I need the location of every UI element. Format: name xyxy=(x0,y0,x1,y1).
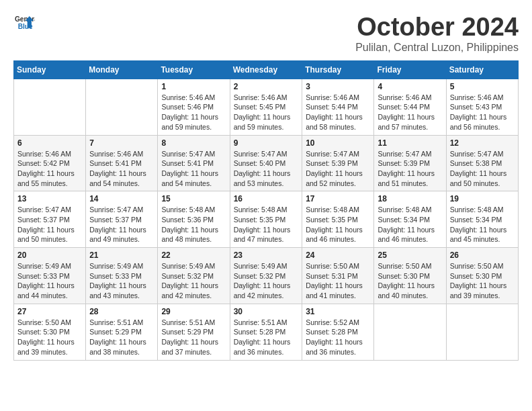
day-number: 30 xyxy=(234,307,299,316)
calendar-week-2: 6Sunrise: 5:46 AM Sunset: 5:42 PM Daylig… xyxy=(14,135,519,191)
calendar-cell: 24Sunrise: 5:50 AM Sunset: 5:31 PM Dayli… xyxy=(302,248,374,304)
day-info: Sunrise: 5:48 AM Sunset: 5:35 PM Dayligh… xyxy=(306,205,370,244)
calendar-cell: 29Sunrise: 5:51 AM Sunset: 5:29 PM Dayli… xyxy=(158,304,230,360)
calendar-week-1: 1Sunrise: 5:46 AM Sunset: 5:46 PM Daylig… xyxy=(14,79,519,135)
calendar-cell: 20Sunrise: 5:49 AM Sunset: 5:33 PM Dayli… xyxy=(14,248,86,304)
logo-icon: General Blue xyxy=(13,13,35,32)
weekday-header-sunday: Sunday xyxy=(14,60,86,79)
calendar-cell: 8Sunrise: 5:47 AM Sunset: 5:41 PM Daylig… xyxy=(158,135,230,191)
weekday-header-monday: Monday xyxy=(86,60,158,79)
day-info: Sunrise: 5:51 AM Sunset: 5:29 PM Dayligh… xyxy=(89,318,154,357)
calendar-cell xyxy=(14,79,86,135)
day-info: Sunrise: 5:47 AM Sunset: 5:39 PM Dayligh… xyxy=(378,149,442,189)
day-number: 26 xyxy=(450,250,515,260)
calendar-cell: 16Sunrise: 5:48 AM Sunset: 5:35 PM Dayli… xyxy=(230,191,302,248)
day-number: 20 xyxy=(17,250,82,260)
day-info: Sunrise: 5:49 AM Sunset: 5:33 PM Dayligh… xyxy=(89,261,154,301)
calendar-cell: 18Sunrise: 5:48 AM Sunset: 5:34 PM Dayli… xyxy=(374,191,446,248)
day-number: 3 xyxy=(306,82,370,91)
page-header: General Blue October 2024 Pulilan, Centr… xyxy=(13,13,519,54)
day-number: 12 xyxy=(450,138,515,148)
day-number: 29 xyxy=(161,307,226,316)
day-number: 8 xyxy=(161,138,226,148)
day-number: 17 xyxy=(306,194,370,203)
calendar-week-4: 20Sunrise: 5:49 AM Sunset: 5:33 PM Dayli… xyxy=(14,248,519,304)
calendar-cell: 21Sunrise: 5:49 AM Sunset: 5:33 PM Dayli… xyxy=(86,248,158,304)
calendar-cell: 15Sunrise: 5:48 AM Sunset: 5:36 PM Dayli… xyxy=(158,191,230,248)
day-number: 9 xyxy=(234,138,299,148)
calendar-cell: 6Sunrise: 5:46 AM Sunset: 5:42 PM Daylig… xyxy=(14,135,86,191)
calendar-cell: 17Sunrise: 5:48 AM Sunset: 5:35 PM Dayli… xyxy=(302,191,374,248)
day-number: 15 xyxy=(161,194,226,203)
calendar-cell: 25Sunrise: 5:50 AM Sunset: 5:30 PM Dayli… xyxy=(374,248,446,304)
day-number: 1 xyxy=(161,82,226,91)
calendar-cell xyxy=(374,304,446,360)
day-info: Sunrise: 5:48 AM Sunset: 5:36 PM Dayligh… xyxy=(161,205,226,244)
day-info: Sunrise: 5:48 AM Sunset: 5:34 PM Dayligh… xyxy=(450,205,515,244)
day-number: 2 xyxy=(234,82,299,91)
day-info: Sunrise: 5:47 AM Sunset: 5:38 PM Dayligh… xyxy=(450,149,515,189)
logo: General Blue xyxy=(13,13,35,32)
calendar-cell: 1Sunrise: 5:46 AM Sunset: 5:46 PM Daylig… xyxy=(158,79,230,135)
day-number: 24 xyxy=(306,250,370,260)
day-info: Sunrise: 5:49 AM Sunset: 5:32 PM Dayligh… xyxy=(161,261,226,301)
day-number: 22 xyxy=(161,250,226,260)
calendar-cell: 27Sunrise: 5:50 AM Sunset: 5:30 PM Dayli… xyxy=(14,304,86,360)
calendar-cell: 7Sunrise: 5:46 AM Sunset: 5:41 PM Daylig… xyxy=(86,135,158,191)
location: Pulilan, Central Luzon, Philippines xyxy=(355,42,519,54)
day-number: 16 xyxy=(234,194,299,203)
day-info: Sunrise: 5:47 AM Sunset: 5:39 PM Dayligh… xyxy=(306,149,370,189)
calendar-cell: 2Sunrise: 5:46 AM Sunset: 5:45 PM Daylig… xyxy=(230,79,302,135)
day-info: Sunrise: 5:46 AM Sunset: 5:46 PM Dayligh… xyxy=(161,93,226,132)
calendar-cell: 13Sunrise: 5:47 AM Sunset: 5:37 PM Dayli… xyxy=(14,191,86,248)
day-info: Sunrise: 5:51 AM Sunset: 5:29 PM Dayligh… xyxy=(161,318,226,357)
day-info: Sunrise: 5:50 AM Sunset: 5:30 PM Dayligh… xyxy=(450,261,515,301)
calendar-cell: 30Sunrise: 5:51 AM Sunset: 5:28 PM Dayli… xyxy=(230,304,302,360)
day-info: Sunrise: 5:50 AM Sunset: 5:31 PM Dayligh… xyxy=(306,261,370,301)
day-number: 5 xyxy=(450,82,515,91)
calendar-cell: 14Sunrise: 5:47 AM Sunset: 5:37 PM Dayli… xyxy=(86,191,158,248)
calendar-cell: 19Sunrise: 5:48 AM Sunset: 5:34 PM Dayli… xyxy=(446,191,518,248)
calendar-week-3: 13Sunrise: 5:47 AM Sunset: 5:37 PM Dayli… xyxy=(14,191,519,248)
day-number: 27 xyxy=(17,307,82,316)
day-info: Sunrise: 5:49 AM Sunset: 5:33 PM Dayligh… xyxy=(17,261,82,301)
day-number: 18 xyxy=(378,194,442,203)
calendar-cell: 31Sunrise: 5:52 AM Sunset: 5:28 PM Dayli… xyxy=(302,304,374,360)
calendar-cell: 28Sunrise: 5:51 AM Sunset: 5:29 PM Dayli… xyxy=(86,304,158,360)
calendar-cell xyxy=(446,304,518,360)
calendar-cell: 11Sunrise: 5:47 AM Sunset: 5:39 PM Dayli… xyxy=(374,135,446,191)
calendar-week-5: 27Sunrise: 5:50 AM Sunset: 5:30 PM Dayli… xyxy=(14,304,519,360)
day-info: Sunrise: 5:46 AM Sunset: 5:42 PM Dayligh… xyxy=(17,149,82,189)
day-info: Sunrise: 5:49 AM Sunset: 5:32 PM Dayligh… xyxy=(234,261,299,301)
day-info: Sunrise: 5:47 AM Sunset: 5:37 PM Dayligh… xyxy=(89,205,154,244)
day-info: Sunrise: 5:50 AM Sunset: 5:30 PM Dayligh… xyxy=(17,318,82,357)
day-number: 19 xyxy=(450,194,515,203)
calendar-cell: 12Sunrise: 5:47 AM Sunset: 5:38 PM Dayli… xyxy=(446,135,518,191)
day-info: Sunrise: 5:47 AM Sunset: 5:41 PM Dayligh… xyxy=(161,149,226,189)
calendar-cell: 26Sunrise: 5:50 AM Sunset: 5:30 PM Dayli… xyxy=(446,248,518,304)
day-info: Sunrise: 5:47 AM Sunset: 5:37 PM Dayligh… xyxy=(17,205,82,244)
day-info: Sunrise: 5:46 AM Sunset: 5:44 PM Dayligh… xyxy=(378,93,442,132)
calendar-cell: 10Sunrise: 5:47 AM Sunset: 5:39 PM Dayli… xyxy=(302,135,374,191)
calendar-table: SundayMondayTuesdayWednesdayThursdayFrid… xyxy=(13,60,519,361)
calendar-cell: 5Sunrise: 5:46 AM Sunset: 5:43 PM Daylig… xyxy=(446,79,518,135)
day-number: 4 xyxy=(378,82,442,91)
day-number: 11 xyxy=(378,138,442,148)
calendar-cell: 3Sunrise: 5:46 AM Sunset: 5:44 PM Daylig… xyxy=(302,79,374,135)
day-number: 6 xyxy=(17,138,82,148)
day-number: 14 xyxy=(89,194,154,203)
day-number: 13 xyxy=(17,194,82,203)
day-number: 21 xyxy=(89,250,154,260)
day-number: 25 xyxy=(378,250,442,260)
day-info: Sunrise: 5:46 AM Sunset: 5:45 PM Dayligh… xyxy=(234,93,299,132)
day-info: Sunrise: 5:46 AM Sunset: 5:44 PM Dayligh… xyxy=(306,93,370,132)
weekday-header-thursday: Thursday xyxy=(302,60,374,79)
day-info: Sunrise: 5:46 AM Sunset: 5:43 PM Dayligh… xyxy=(450,93,515,132)
weekday-header-saturday: Saturday xyxy=(446,60,518,79)
weekday-header-tuesday: Tuesday xyxy=(158,60,230,79)
day-info: Sunrise: 5:51 AM Sunset: 5:28 PM Dayligh… xyxy=(234,318,299,357)
day-info: Sunrise: 5:48 AM Sunset: 5:35 PM Dayligh… xyxy=(234,205,299,244)
month-title: October 2024 xyxy=(355,13,519,42)
day-info: Sunrise: 5:50 AM Sunset: 5:30 PM Dayligh… xyxy=(378,261,442,301)
day-info: Sunrise: 5:48 AM Sunset: 5:34 PM Dayligh… xyxy=(378,205,442,244)
